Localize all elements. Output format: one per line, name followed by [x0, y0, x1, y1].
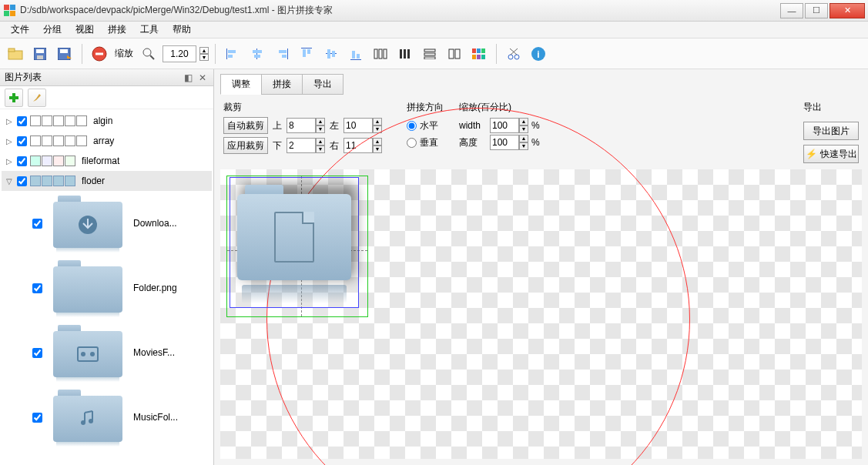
- align-vcenter-icon[interactable]: [320, 43, 342, 65]
- save-icon[interactable]: [29, 43, 51, 65]
- app-icon: [3, 5, 15, 17]
- svg-rect-24: [327, 49, 330, 59]
- expander-icon[interactable]: ▽: [5, 177, 14, 186]
- layout-h-icon[interactable]: [370, 43, 391, 65]
- svg-rect-26: [350, 59, 361, 60]
- crop-left-input[interactable]: [344, 118, 373, 133]
- thumb-item[interactable]: Folder.png: [2, 256, 212, 320]
- group-checkbox[interactable]: [17, 156, 27, 166]
- svg-rect-28: [357, 54, 360, 59]
- group-checkbox[interactable]: [17, 116, 27, 126]
- expander-icon[interactable]: ▷: [5, 157, 14, 166]
- align-right-icon[interactable]: [271, 43, 293, 65]
- scissors-icon[interactable]: [503, 43, 524, 65]
- apply-crop-button[interactable]: 应用裁剪: [223, 137, 268, 154]
- save-as-icon[interactable]: [54, 43, 75, 65]
- tree-group-fileformat[interactable]: ▷ fileformat: [2, 151, 212, 171]
- vertical-radio[interactable]: [407, 138, 417, 148]
- svg-rect-38: [449, 49, 454, 59]
- bolt-icon: ⚡: [806, 149, 817, 159]
- content-area: 调整 拼接 导出 裁剪 自动裁剪 应用裁剪 上 ▲▼ 左 ▲▼: [214, 69, 868, 465]
- zoom-up[interactable]: ▲: [199, 47, 209, 54]
- thumb-item[interactable]: Downloa...: [2, 191, 212, 256]
- auto-crop-button[interactable]: 自动裁剪: [223, 117, 268, 134]
- menu-tools[interactable]: 工具: [134, 22, 165, 38]
- scale-height-input[interactable]: [490, 135, 519, 150]
- add-button[interactable]: [5, 89, 23, 107]
- info-icon[interactable]: i: [528, 43, 549, 65]
- open-icon[interactable]: [5, 43, 26, 65]
- svg-rect-18: [279, 50, 287, 53]
- menu-view[interactable]: 视图: [69, 22, 100, 38]
- svg-point-9: [143, 49, 151, 56]
- thumb-checkbox[interactable]: [32, 413, 42, 423]
- group-checkbox[interactable]: [17, 176, 27, 186]
- thumb-checkbox[interactable]: [32, 283, 42, 293]
- crop-top-input[interactable]: [287, 118, 316, 133]
- menu-merge[interactable]: 拼接: [102, 22, 132, 38]
- panel-close-icon[interactable]: ✕: [196, 72, 209, 83]
- close-button[interactable]: ✕: [829, 3, 865, 18]
- tab-adjust[interactable]: 调整: [220, 74, 262, 95]
- panel-float-icon[interactable]: ◧: [182, 72, 195, 83]
- zoom-icon[interactable]: [138, 43, 159, 65]
- align-left-icon[interactable]: [222, 43, 243, 65]
- layout-grid-icon[interactable]: [444, 43, 465, 65]
- thumb-item[interactable]: MoviesF...: [2, 320, 212, 385]
- align-bottom-icon[interactable]: [345, 43, 367, 65]
- layout-rows-icon[interactable]: [419, 43, 441, 65]
- menu-file[interactable]: 文件: [5, 22, 35, 38]
- folder-icon: [53, 390, 122, 445]
- tree-group-array[interactable]: ▷ array: [2, 131, 212, 151]
- expander-icon[interactable]: ▷: [5, 137, 14, 146]
- tab-export[interactable]: 导出: [302, 74, 344, 95]
- delete-icon[interactable]: [89, 43, 110, 65]
- folder-icon: [53, 196, 122, 251]
- group-checkbox[interactable]: [17, 136, 27, 146]
- expander-icon[interactable]: ▷: [5, 117, 14, 125]
- thumb-item[interactable]: MusicFol...: [2, 385, 212, 450]
- crop-right-input[interactable]: [344, 138, 373, 153]
- svg-rect-11: [226, 49, 227, 59]
- direction-group: 拼接方向 水平 垂直: [407, 101, 444, 151]
- tree-group-algin[interactable]: ▷ algin: [2, 111, 212, 131]
- tree-group-floder[interactable]: ▽ floder: [2, 171, 212, 191]
- maximize-button[interactable]: ☐: [805, 3, 828, 18]
- align-hcenter-icon[interactable]: [246, 43, 268, 65]
- svg-rect-30: [379, 49, 382, 59]
- svg-line-48: [511, 49, 518, 55]
- preview-canvas[interactable]: [220, 169, 862, 459]
- scale-width-input[interactable]: [490, 118, 519, 133]
- thumb-checkbox[interactable]: [32, 219, 42, 229]
- thumb-checkbox[interactable]: [32, 348, 42, 358]
- crop-group: 裁剪 自动裁剪 应用裁剪 上 ▲▼ 左 ▲▼ 下 ▲▼ 右: [223, 101, 391, 154]
- svg-rect-21: [303, 49, 306, 57]
- zoom-down[interactable]: ▼: [199, 54, 209, 61]
- svg-rect-36: [424, 53, 435, 55]
- svg-rect-33: [404, 49, 406, 59]
- layout-bars-icon[interactable]: [394, 43, 416, 65]
- svg-rect-45: [481, 55, 485, 59]
- svg-rect-53: [9, 96, 18, 99]
- zoom-input[interactable]: [163, 45, 196, 62]
- menu-help[interactable]: 帮助: [166, 22, 197, 38]
- export-image-button[interactable]: 导出图片: [803, 122, 859, 140]
- menu-group[interactable]: 分组: [37, 22, 68, 38]
- svg-point-47: [514, 55, 519, 59]
- titlebar: D:/sdb/workspace/devpack/picMerge/Win32/…: [0, 0, 868, 22]
- image-tree[interactable]: ▷ algin ▷ array ▷ fileformat ▽: [0, 109, 213, 465]
- svg-rect-19: [282, 55, 287, 58]
- svg-rect-3: [36, 49, 44, 53]
- minimize-button[interactable]: —: [780, 3, 803, 18]
- svg-rect-0: [8, 51, 22, 59]
- svg-point-46: [508, 55, 513, 59]
- align-top-icon[interactable]: [296, 43, 317, 65]
- svg-line-49: [510, 49, 517, 55]
- zoom-label: 缩放: [115, 47, 133, 60]
- crop-bottom-input[interactable]: [287, 138, 316, 153]
- quick-export-button[interactable]: ⚡快速导出: [803, 145, 859, 163]
- horizontal-radio[interactable]: [407, 121, 417, 131]
- palette-icon[interactable]: [468, 43, 490, 65]
- brush-button[interactable]: [28, 89, 46, 107]
- tab-merge[interactable]: 拼接: [261, 74, 303, 95]
